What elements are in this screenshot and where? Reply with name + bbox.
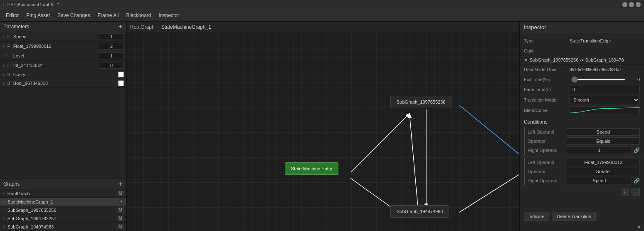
param-type-crazy: B <box>7 72 12 77</box>
drag-handle: ≡ <box>2 191 5 196</box>
graph-row-subgraph2[interactable]: ≡ SubGraph_1694782257 M <box>0 214 126 223</box>
editor-menu[interactable]: Editor <box>2 11 22 20</box>
graph-row-subgraph1[interactable]: ≡ SubGraph_1997655256 M <box>0 206 126 214</box>
frame-all-button[interactable]: Frame All <box>94 11 122 20</box>
graphs-section: Graphs + ≡ RootGraph M ≡ StateMachineGra… <box>0 179 126 231</box>
exit-time-label: Exit Time(%) <box>524 77 570 82</box>
cond2-right-value[interactable]: Speed <box>567 177 632 184</box>
cond2-left-operand-row: Left Operand Float_1799908012 <box>528 158 640 167</box>
node-entry[interactable]: State Machine Entry <box>285 162 338 175</box>
drag-handle[interactable]: ≡ <box>2 63 5 68</box>
breadcrumb-bar: RootGraph › StateMachineGraph_1 <box>127 22 519 32</box>
save-changes-button[interactable]: Save Changes <box>54 11 94 20</box>
graph-badge-subgraph1: M <box>117 207 124 213</box>
drag-handle: ≡ <box>2 199 5 204</box>
drag-handle[interactable]: ≡ <box>2 54 5 58</box>
exit-time-value: 0 <box>627 77 640 82</box>
node-subgraph3[interactable]: SubGraph_194974983 <box>390 205 449 218</box>
parameters-label: Parameters <box>3 24 29 30</box>
transition-mode-row: Transition Mode Smooth Immediate <box>520 94 644 105</box>
transition-mode-dropdown[interactable]: Smooth Immediate <box>570 96 640 104</box>
type-row: Type StateTransitionEdge <box>520 36 644 46</box>
param-name-speed: Speed <box>13 34 97 39</box>
fade-time-input[interactable] <box>570 86 640 93</box>
cond1-left-value[interactable]: Speed <box>567 128 640 136</box>
guid-section: ▼ SubGraph_1997655256 -> SubGraph_169478 <box>520 56 644 65</box>
add-condition-button[interactable]: + <box>621 188 629 196</box>
conditions-label: Conditions <box>524 119 548 125</box>
cond1-right-value[interactable]: 1 <box>567 147 632 154</box>
node-subgraph1-label: SubGraph_1997655256 <box>397 99 445 104</box>
conditions-header: Conditions <box>520 117 644 127</box>
title-bar: [TEST]AnimationGraphA...* <box>0 0 644 9</box>
cond2-left-value[interactable]: Float_1799908012 <box>567 159 640 166</box>
graph-row-statemachine[interactable]: ≡ StateMachineGraph_1 S <box>0 198 126 206</box>
condition-block-2: Left Operand Float_1799908012 Operator G… <box>524 158 640 185</box>
blackboard-button[interactable]: Blackboard <box>123 11 154 20</box>
graph-row-rootgraph[interactable]: ≡ RootGraph M <box>0 189 126 198</box>
cond2-right-label: Right Operand <box>528 178 565 183</box>
node-entry-label: State Machine Entry <box>291 166 332 171</box>
param-checkbox-crazy[interactable] <box>118 72 124 77</box>
blend-curve-svg <box>570 107 639 114</box>
minimize-button[interactable] <box>622 2 627 7</box>
graphs-label: Graphs <box>3 181 20 187</box>
fade-time-row: Fade Time(s) <box>520 84 644 94</box>
drag-handle[interactable]: ≡ <box>2 35 5 39</box>
graph-badge-subgraph3: M <box>117 224 124 229</box>
graph-badge-statemachine: S <box>118 199 124 204</box>
indicate-button[interactable]: Indicate <box>524 212 549 221</box>
window-controls <box>622 2 641 7</box>
param-name-level: Level <box>13 53 97 58</box>
graph-canvas[interactable]: State Machine Entry SubGraph_1997655256 … <box>127 32 519 231</box>
param-value-int[interactable] <box>99 62 124 69</box>
param-row-level: ≡ I Level <box>0 51 126 61</box>
dest-node-label: Dest Node Guid <box>524 67 570 72</box>
svg-line-4 <box>459 105 519 161</box>
guid-value: SubGraph_1997655256 -> SubGraph_169478 <box>530 57 624 62</box>
graph-badge-subgraph2: M <box>117 216 124 221</box>
delete-transition-button[interactable]: Delete Transition <box>553 212 596 221</box>
inspector-body: Type StateTransitionEdge Guid ▼ SubGraph… <box>520 33 644 209</box>
remove-condition-button[interactable]: - <box>632 188 640 196</box>
param-checkbox-bool[interactable] <box>118 80 124 86</box>
add-parameter-button[interactable]: + <box>118 23 123 30</box>
graph-name-subgraph1: SubGraph_1997655256 <box>7 208 116 213</box>
breadcrumb-separator: › <box>157 24 159 30</box>
maximize-button[interactable] <box>629 2 634 7</box>
breadcrumb-rootgraph[interactable]: RootGraph <box>130 24 155 30</box>
cond1-op-value[interactable]: Equals <box>567 137 640 145</box>
param-value-float[interactable] <box>99 43 124 50</box>
node-subgraph1[interactable]: SubGraph_1997655256 <box>390 96 452 108</box>
drag-handle[interactable]: ≡ <box>2 44 5 49</box>
param-value-level[interactable] <box>99 52 124 59</box>
ping-asset-menu[interactable]: Ping Asset <box>23 11 53 20</box>
drag-handle: ≡ <box>2 224 5 229</box>
node-subgraph3-label: SubGraph_194974983 <box>397 209 443 214</box>
blend-curve-display[interactable] <box>570 107 640 114</box>
type-value: StateTransitionEdge <box>570 38 640 43</box>
cond1-right-operand-row: Right Operand 1 🔗 <box>528 146 640 155</box>
add-graph-button[interactable]: + <box>118 181 123 187</box>
canvas-area: RootGraph › StateMachineGraph_1 <box>127 22 519 231</box>
parameters-section-header: Parameters + <box>0 22 126 32</box>
drag-handle[interactable]: ≡ <box>2 81 5 86</box>
param-type-int: I <box>7 63 12 68</box>
param-value-speed[interactable] <box>99 33 124 40</box>
cond2-link-icon: 🔗 <box>634 178 640 184</box>
exit-time-slider[interactable] <box>571 79 626 80</box>
cond1-left-label: Left Operand <box>528 129 565 134</box>
inspector-collapse-button[interactable]: ▼ <box>637 224 642 230</box>
breadcrumb-statemachine[interactable]: StateMachineGraph_1 <box>161 24 211 30</box>
param-row-float: ≡ F Float_1799908012 <box>0 42 126 51</box>
drag-handle[interactable]: ≡ <box>2 72 5 77</box>
cond1-left-operand-row: Left Operand Speed <box>528 127 640 137</box>
close-button[interactable] <box>636 2 641 7</box>
param-name-float: Float_1799908012 <box>13 44 97 49</box>
graph-row-subgraph3[interactable]: ≡ SubGraph_194974983 M <box>0 223 126 231</box>
parameter-list: ≡ F Speed ≡ F Float_1799908012 ≡ I Level <box>0 32 126 179</box>
main-content: Parameters + ≡ F Speed ≡ F Float_1799908… <box>0 22 644 231</box>
inspector-button[interactable]: Inspector <box>155 11 183 20</box>
cond2-op-value[interactable]: Greater <box>567 168 640 175</box>
type-label: Type <box>524 38 570 43</box>
